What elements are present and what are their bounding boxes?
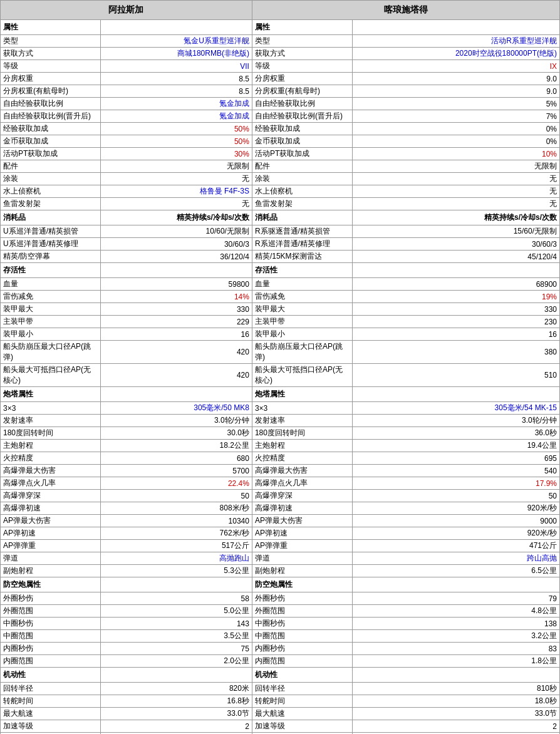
right-row-label: 分房权重 [252,73,352,85]
table-row: 加速等级2加速等级2 [1,720,560,733]
left-row-value: 36/120/4 [101,251,252,263]
left-row-label: 船头防崩压最大口径AP(跳弹) [1,341,101,364]
right-row-label: 配件 [252,160,352,173]
left-row-label: 180度回转时间 [1,427,101,440]
table-row: 经验获取加成50%经验获取加成0% [1,123,560,135]
left-row-value: 330 [101,303,252,316]
left-row-label: 鱼雷发射架 [1,198,101,210]
right-row-value: 79 [352,592,559,605]
left-row-label: 装甲最小 [1,328,101,341]
left-row-value: 762米/秒 [101,527,252,540]
table-row: 180度回转时间30.0秒180度回转时间36.0秒 [1,427,560,440]
left-section-subtitle [101,263,252,278]
left-section-title: 机动性 [1,668,101,683]
table-row: AP弹最大伤害10340AP弹最大伤害9000 [1,515,560,527]
right-row-label: 主炮射程 [252,440,352,452]
right-row-label: 主装甲带 [252,316,352,328]
table-row: 高爆弹最大伤害5700高爆弹最大伤害540 [1,465,560,477]
right-row-value: 19.4公里 [352,440,559,452]
right-section-subtitle [352,387,559,402]
right-row-value: 无 [352,185,559,198]
right-row-value: 0% [352,135,559,148]
left-row-value: 高抛跑山 [101,552,252,565]
right-row-label: 内圈秒伤 [252,643,352,655]
left-row-value: 商城180RMB(非绝版) [101,48,252,60]
left-row-label: 发射速率 [1,415,101,427]
left-row-value: 2 [101,720,252,733]
right-row-value: 9.0 [352,73,559,85]
table-row: AP弹弹重517公斤AP弹弹重471公斤 [1,540,560,552]
left-section-subtitle [101,387,252,402]
right-row-label: R系驱逐普通/精英损管 [252,225,352,238]
table-row: 鱼雷发射架无鱼雷发射架无 [1,198,560,210]
right-row-value: 9.0 [352,85,559,98]
left-row-label: 分房权重 [1,73,101,85]
left-row-label: 自由经验获取比例(晋升后) [1,110,101,123]
table-row: 回转半径820米回转半径810秒 [1,683,560,695]
left-row-value: 50% [101,123,252,135]
table-row: 弹道高抛跑山弹道跨山高抛 [1,552,560,565]
left-row-value: 50% [101,135,252,148]
table-row: 类型氪金U系重型巡洋舰类型活动R系重型巡洋舰 [1,35,560,48]
right-row-value: 33.0节 [352,708,559,720]
left-row-label: 高爆弹初速 [1,502,101,515]
left-row-label: 外圈秒伤 [1,592,101,605]
right-row-value: 30/60/3 [352,238,559,251]
right-row-value: 920米/秒 [352,502,559,515]
left-row-value: 8.5 [101,73,252,85]
right-row-label: AP弹最大伤害 [252,515,352,527]
right-section-subtitle: 精英持续s/冷却s/次数 [352,210,559,225]
right-row-label: 经验获取加成 [252,123,352,135]
right-row-label: 高爆弹穿深 [252,490,352,502]
left-row-label: 副炮射程 [1,565,101,577]
left-row-value: 59800 [101,278,252,291]
left-row-value: 305毫米/50 MK8 [101,402,252,415]
right-row-label: 类型 [252,35,352,48]
left-row-label: 精英/防空弹幕 [1,251,101,263]
right-row-value: 3.2公里 [352,630,559,643]
left-row-label: 血量 [1,278,101,291]
right-section-title: 属性 [252,20,352,35]
right-row-label: 回转半径 [252,683,352,695]
left-row-value: 50 [101,490,252,502]
table-row: 雷伤减免14%雷伤减免19% [1,291,560,303]
table-row: 金币获取加成50%金币获取加成0% [1,135,560,148]
left-row-value: 5.3公里 [101,565,252,577]
left-row-label: 加速等级 [1,720,101,733]
table-row: AP弹初速762米/秒AP弹初速920米/秒 [1,527,560,540]
left-row-label: 外圈范围 [1,605,101,618]
left-row-label: U系巡洋普通/精英修理 [1,238,101,251]
table-row: 水上侦察机格鲁曼 F4F-3S水上侦察机无 [1,185,560,198]
left-row-value: 229 [101,316,252,328]
left-row-label: 船头最大可抵挡口径AP(无核心) [1,364,101,387]
right-section-title: 机动性 [252,668,352,683]
right-row-value: 15/60/无限制 [352,225,559,238]
left-row-value: VII [101,60,252,73]
left-section-title: 防空炮属性 [1,577,101,592]
left-ship-header: 阿拉斯加 [1,1,252,20]
right-section-subtitle [352,577,559,592]
left-row-label: 中圈秒伤 [1,618,101,630]
right-row-value: 9000 [352,515,559,527]
left-row-label: 回转半径 [1,683,101,695]
table-row: 装甲最大330装甲最大330 [1,303,560,316]
left-row-value: 8.5 [101,85,252,98]
left-row-value: 820米 [101,683,252,695]
right-row-label: 火控精度 [252,452,352,465]
left-section-title: 炮塔属性 [1,387,101,402]
table-row: 内圈秒伤75内圈秒伤83 [1,643,560,655]
left-row-value: 氪金U系重型巡洋舰 [101,35,252,48]
right-row-label: 转舵时间 [252,695,352,708]
table-row: 装甲最小16装甲最小16 [1,328,560,341]
right-row-label: 高爆弹最大伤害 [252,465,352,477]
right-row-label: R系巡洋普通/精英修理 [252,238,352,251]
left-row-value: 5700 [101,465,252,477]
left-row-value: 16.8秒 [101,695,252,708]
left-row-value: 无限制 [101,160,252,173]
right-section-subtitle [352,263,559,278]
table-row: 获取方式商城180RMB(非绝版)获取方式2020时空战役180000PT(绝版… [1,48,560,60]
right-row-value: 18.0秒 [352,695,559,708]
left-row-label: 高爆弹穿深 [1,490,101,502]
left-row-label: 配件 [1,160,101,173]
right-row-label: 发射速率 [252,415,352,427]
